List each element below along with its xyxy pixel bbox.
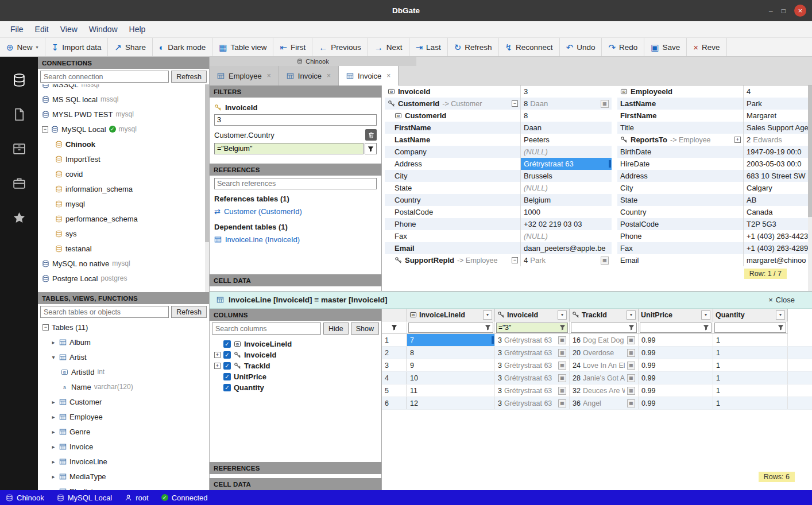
connection-item[interactable]: MYSL PWD TEST ✓ mysql	[38, 107, 209, 122]
unitprice-cell[interactable]: 0.99	[639, 334, 713, 346]
invoiceid-cell[interactable]: 3 Grétrystraat 63 ▦	[495, 334, 570, 346]
form-row[interactable]: LastName Peeters ▦	[385, 134, 612, 146]
form-value-cell[interactable]: Canada ▦	[744, 206, 812, 218]
form-value-cell[interactable]: 8 Daan ▦	[521, 98, 612, 110]
form-row[interactable]: ReportsTo -> Employee + 2 Edwards ▦	[617, 134, 812, 146]
form-value-cell[interactable]: 4 Park ▦	[521, 254, 612, 266]
form-row[interactable]: City Brussels ▦	[385, 170, 612, 182]
refresh-tables-button[interactable]: Refresh	[171, 306, 207, 318]
detail-grid-icon[interactable]: ▦	[558, 349, 566, 357]
unitprice-cell[interactable]: 0.99	[639, 372, 713, 384]
invoiceid-cell[interactable]: 3 Grétrystraat 63 ▦	[495, 347, 570, 359]
quantity-cell[interactable]: 1	[713, 347, 788, 359]
status-connection[interactable]: MySQL Local	[57, 494, 113, 502]
form-row[interactable]: InvoiceId 3 ▦	[385, 86, 612, 98]
tree-item[interactable]: ▸ Playlist	[38, 484, 209, 490]
title-bar[interactable]: DbGate – □ ×	[0, 0, 812, 21]
tree-item[interactable]: ▸ InvoiceLine	[38, 454, 209, 469]
form-row[interactable]: Fax (NULL) ▦	[385, 230, 612, 242]
quantity-cell[interactable]: 1	[713, 334, 788, 346]
expand-collapse-icon[interactable]: +	[734, 137, 741, 143]
column-header-invoicelineid[interactable]: InvoiceLineId ▾	[407, 309, 495, 321]
form-row[interactable]: PostalCode T2P 5G3 ▦	[617, 218, 812, 230]
dark-mode-button[interactable]: ◐ Dark mode ▾	[153, 38, 212, 56]
form-row[interactable]: Phone +32 02 219 03 03 ▦	[385, 218, 612, 230]
form-row[interactable]: CustomerId 8 ▦	[385, 110, 612, 122]
invoiceid-cell[interactable]: 3 Grétrystraat 63 ▦	[495, 372, 570, 384]
dependent-link-invoiceline[interactable]: InvoiceLine (InvoiceId)	[214, 234, 377, 246]
trackid-cell[interactable]: 16 Dog Eat Dog ▦	[570, 334, 639, 346]
form-row[interactable]: SupportRepId -> Employee − 4 Park ▦	[385, 254, 612, 266]
form-row[interactable]: FirstName Margaret ▦	[617, 110, 812, 122]
menu-window[interactable]: Window	[83, 25, 123, 34]
connection-item[interactable]: mysql ✓	[38, 196, 209, 211]
invoicelineid-cell[interactable]: 12	[407, 397, 495, 409]
invoicelineid-cell[interactable]: 9	[407, 359, 495, 371]
search-columns-input[interactable]	[212, 323, 321, 335]
detail-grid-icon[interactable]: ▦	[558, 362, 566, 370]
maximize-icon[interactable]: □	[782, 7, 786, 15]
detail-grid-icon[interactable]: ▦	[558, 336, 566, 344]
form-value-cell[interactable]: +1 (403) 263-4423 ▦	[744, 230, 812, 242]
connection-item[interactable]: Chinook ✓	[38, 137, 209, 152]
form-value-cell[interactable]: (NULL) ▦	[521, 146, 612, 158]
form-row[interactable]: EmployeeId 4 ▦	[617, 86, 812, 98]
reference-link-customer[interactable]: ⇄ Customer (CustomerId)	[214, 205, 377, 217]
files-rail-icon[interactable]	[0, 97, 38, 131]
share-button[interactable]: ↗ Share ▾	[108, 38, 153, 56]
search-references-input[interactable]	[214, 178, 377, 189]
close-tab-icon[interactable]: ×	[327, 72, 331, 80]
form-value-cell[interactable]: 8 ▦	[521, 110, 612, 122]
tab-invoice-2[interactable]: Invoice ×	[339, 66, 399, 86]
form-value-cell[interactable]: margaret@chinoo ▦	[744, 254, 812, 266]
country-filter-input[interactable]	[214, 143, 364, 154]
detail-grid-icon[interactable]: ▦	[601, 100, 609, 108]
tree-item[interactable]: ▸ Album	[38, 335, 209, 349]
filter-funnel-icon[interactable]	[777, 324, 784, 331]
form-row[interactable]: FirstName Daan ▦	[385, 122, 612, 134]
expand-icon[interactable]: +	[214, 352, 221, 358]
trackid-cell[interactable]: 20 Overdose ▦	[570, 347, 639, 359]
invoiceid-cell[interactable]: 3 Grétrystraat 63 ▦	[495, 384, 570, 397]
form-value-cell[interactable]: Margaret ▦	[744, 110, 812, 122]
redo-button[interactable]: ↷ Redo ▾	[602, 38, 644, 56]
column-header-unitprice[interactable]: UnitPrice ▾	[639, 309, 713, 321]
column-toggle-item[interactable]: ✓ InvoiceLineId	[210, 339, 381, 349]
grid-row[interactable]: 6 12 3 Grétrystraat 63 ▦ 36	[382, 397, 812, 410]
save-button[interactable]: ▣ Save ▾	[644, 38, 687, 56]
invoicelineid-column-filter[interactable]	[409, 324, 484, 332]
expand-chevron-icon[interactable]: ▸	[51, 429, 56, 435]
detail-grid-icon[interactable]: ▦	[627, 374, 635, 382]
expand-chevron-icon[interactable]: ▸	[51, 444, 56, 450]
detail-grid-icon[interactable]: ▦	[627, 387, 635, 395]
tree-item[interactable]: ▸ Employee	[38, 409, 209, 424]
expand-chevron-icon[interactable]: ▸	[51, 339, 56, 345]
expand-chevron-icon[interactable]: ▸	[51, 414, 56, 420]
hide-columns-button[interactable]: Hide	[323, 323, 349, 335]
search-connection-input[interactable]	[40, 71, 169, 83]
grid-row[interactable]: 3 9 3 Grétrystraat 63 ▦ 24	[382, 359, 812, 372]
quantity-column-filter[interactable]	[715, 324, 777, 332]
connection-item[interactable]: − MySQL Local ✓ mysql	[38, 122, 209, 137]
expand-collapse-icon[interactable]: −	[512, 257, 518, 263]
detail-grid-icon[interactable]: ▦	[627, 399, 635, 407]
form-value-cell[interactable]: Brussels ▦	[521, 170, 612, 182]
form-value-cell[interactable]: Calgary ▦	[744, 182, 812, 194]
filter-funnel-icon[interactable]	[628, 324, 635, 331]
column-toggle-item[interactable]: + ✓ TrackId	[210, 360, 381, 371]
checkbox-checked-icon[interactable]: ✓	[223, 340, 231, 348]
tree-item[interactable]: ArtistId int	[38, 364, 209, 379]
trackid-column-filter[interactable]	[571, 324, 628, 332]
trackid-cell[interactable]: 28 Janie's Got A ▦	[570, 372, 639, 384]
invoicelineid-cell[interactable]: 8	[407, 347, 495, 359]
form-row[interactable]: City Calgary ▦	[617, 182, 812, 194]
detail-grid-icon[interactable]: ▦	[558, 387, 566, 395]
column-header-invoiceid[interactable]: InvoiceId ▾	[495, 309, 570, 321]
history-rail-icon[interactable]	[0, 166, 38, 200]
undo-button[interactable]: ↶ Undo ▾	[560, 38, 602, 56]
connections-rail-icon[interactable]	[0, 63, 38, 97]
form-row[interactable]: Title Sales Support Age ▦	[617, 122, 812, 134]
search-tables-input[interactable]	[40, 306, 169, 318]
unitprice-cell[interactable]: 0.99	[639, 384, 713, 397]
refresh-button[interactable]: ↻ Refresh ▾	[448, 38, 499, 56]
